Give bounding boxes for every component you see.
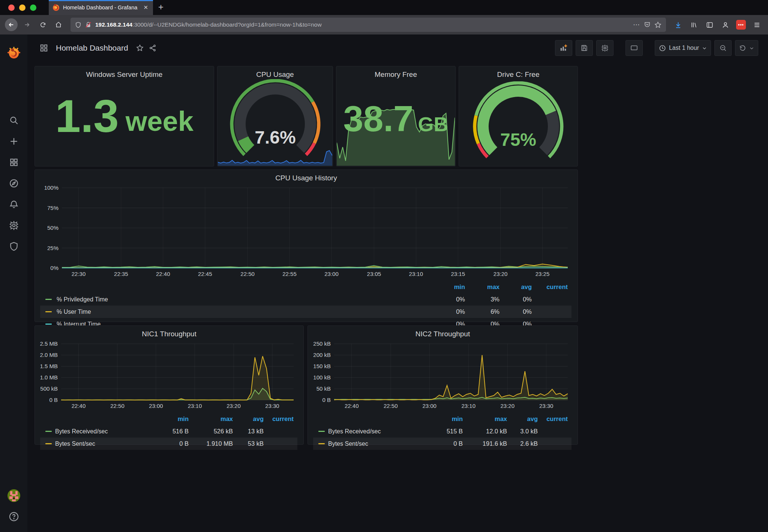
adblock-extension-button[interactable]: ••• — [734, 18, 748, 31]
panel-title[interactable]: CPU Usage — [218, 66, 333, 79]
browser-toolbar: 192.168.2.144:3000/d/--U2ENDGk/homelab-d… — [0, 15, 768, 34]
hamburger-menu-icon — [753, 21, 760, 28]
cycle-view-mode-button[interactable] — [626, 40, 643, 56]
series-label[interactable]: Bytes Received/sec — [328, 428, 430, 435]
refresh-interval-chevron-icon[interactable] — [749, 46, 754, 51]
series-color-dash — [318, 443, 325, 444]
panel-nic2-throughput: NIC2 Throughput 0 B50 kB100 kB150 kB200 … — [308, 325, 578, 445]
window-minimize-button[interactable] — [19, 4, 26, 11]
browser-window: Homelab Dashboard - Grafana ✕ + 192.168.… — [0, 0, 768, 532]
pocket-icon[interactable] — [644, 21, 651, 28]
new-tab-button[interactable]: + — [158, 2, 164, 12]
plus-icon — [9, 136, 19, 146]
settings-gear-icon — [601, 44, 609, 52]
add-panel-button[interactable] — [555, 40, 572, 56]
legend-header[interactable]: max — [466, 415, 511, 423]
nic1-chart[interactable]: 0 B500 kB1.0 MB1.5 MB2.0 MB2.5 MB22:4022… — [38, 340, 300, 411]
legend-header[interactable]: min — [156, 415, 192, 423]
grafana-logo[interactable] — [0, 46, 27, 61]
svg-text:23:00: 23:00 — [149, 403, 163, 409]
svg-text:500 kB: 500 kB — [40, 385, 58, 392]
legend-value: 526 kB — [192, 428, 237, 435]
legend-header[interactable]: current — [542, 415, 572, 423]
legend-header[interactable]: avg — [503, 283, 536, 291]
series-label[interactable]: Bytes Sent/sec — [328, 441, 430, 447]
svg-text:100 kB: 100 kB — [313, 374, 331, 381]
svg-text:23:00: 23:00 — [324, 271, 339, 277]
cpu-history-legend: minmaxavgcurrent% Priviledged Time0%3%0%… — [40, 281, 572, 330]
cpu-history-chart[interactable]: 0%25%50%75%100%22:3022:3522:4022:4522:50… — [39, 184, 574, 279]
home-icon — [55, 21, 62, 28]
page-actions-icon[interactable]: ⋯ — [633, 21, 640, 29]
zoom-out-time-button[interactable] — [714, 40, 732, 56]
forward-button[interactable] — [20, 18, 34, 31]
legend-value: 516 B — [156, 428, 192, 435]
refresh-button[interactable] — [735, 40, 758, 56]
save-dashboard-button[interactable] — [576, 40, 593, 56]
reload-button[interactable] — [36, 18, 50, 31]
panel-title[interactable]: NIC1 Throughput — [35, 326, 303, 338]
downloads-button[interactable] — [671, 18, 685, 31]
legend-row: Bytes Received/sec515 B12.0 kB3.0 kB — [313, 425, 572, 438]
drive-gauge[interactable]: 75% — [459, 81, 578, 161]
legend-value: 3% — [469, 296, 503, 303]
sidebar-toggle-button[interactable] — [703, 18, 716, 31]
panel-title[interactable]: Windows Server Uptime — [35, 66, 214, 79]
legend-header[interactable]: current — [536, 283, 572, 291]
back-button[interactable] — [4, 18, 18, 31]
legend-header[interactable]: max — [469, 283, 503, 291]
legend-header[interactable]: min — [430, 415, 466, 423]
library-button[interactable] — [687, 18, 700, 31]
time-range-label: Last 1 hour — [669, 45, 699, 51]
sidebar-item-explore[interactable] — [0, 178, 27, 188]
window-close-button[interactable] — [8, 4, 15, 11]
tab-close-icon[interactable]: ✕ — [142, 4, 149, 11]
forward-arrow-icon — [24, 21, 30, 28]
svg-text:23:00: 23:00 — [422, 403, 436, 409]
panel-title[interactable]: NIC2 Throughput — [308, 326, 578, 338]
panel-title[interactable]: CPU Usage History — [35, 170, 578, 182]
tracking-protection-shield-icon[interactable] — [75, 21, 81, 28]
cpu-gauge[interactable]: 7.6% — [218, 79, 333, 159]
share-icon[interactable] — [149, 44, 156, 52]
panel-title[interactable]: Memory Free — [336, 66, 455, 79]
home-button[interactable] — [52, 18, 65, 31]
legend-header[interactable]: min — [434, 283, 469, 291]
menu-button[interactable] — [750, 18, 764, 31]
series-label[interactable]: % User Time — [57, 309, 434, 315]
url-bar[interactable]: 192.168.2.144:3000/d/--U2ENDGk/homelab-d… — [70, 18, 666, 32]
svg-text:50 kB: 50 kB — [316, 385, 331, 392]
tab-title: Homelab Dashboard - Grafana — [63, 4, 142, 10]
insecure-lock-icon[interactable] — [85, 21, 92, 28]
sidebar-item-search[interactable] — [0, 115, 27, 125]
legend-header[interactable]: avg — [511, 415, 542, 423]
bookmark-star-icon[interactable] — [654, 21, 662, 28]
series-label[interactable]: % Priviledged Time — [57, 296, 434, 303]
sidebar-item-create[interactable] — [0, 136, 27, 146]
sidebar-item-dashboards[interactable] — [0, 157, 27, 167]
legend-header[interactable]: avg — [237, 415, 267, 423]
dashboard-title[interactable]: Homelab Dashboard — [56, 43, 128, 52]
panel-title[interactable]: Drive C: Free — [459, 66, 578, 79]
nic2-chart[interactable]: 0 B50 kB100 kB150 kB200 kB250 kB22:4022:… — [311, 340, 574, 411]
clock-icon — [659, 45, 666, 52]
series-label[interactable]: Bytes Sent/sec — [55, 441, 156, 447]
user-avatar[interactable] — [0, 489, 27, 502]
account-button[interactable] — [718, 18, 732, 31]
svg-text:22:30: 22:30 — [72, 271, 86, 277]
favorite-star-icon[interactable] — [136, 44, 144, 52]
url-path: :3000/d/--U2ENDGk/homelab-dashboard?orgI… — [132, 21, 321, 28]
legend-header[interactable]: max — [192, 415, 237, 423]
legend-header[interactable]: current — [267, 415, 297, 423]
help-button[interactable] — [0, 511, 27, 522]
sidebar-item-configuration[interactable] — [0, 220, 27, 230]
time-range-picker[interactable]: Last 1 hour — [655, 40, 711, 56]
url-text[interactable]: 192.168.2.144:3000/d/--U2ENDGk/homelab-d… — [95, 21, 629, 28]
dashboard-settings-button[interactable] — [596, 40, 614, 56]
window-zoom-button[interactable] — [30, 4, 36, 11]
sidebar-item-server-admin[interactable] — [0, 241, 27, 251]
browser-tab[interactable]: Homelab Dashboard - Grafana ✕ — [49, 0, 153, 15]
series-label[interactable]: Bytes Received/sec — [55, 428, 156, 435]
sidebar-item-alerting[interactable] — [0, 199, 27, 209]
explore-compass-icon — [9, 178, 19, 188]
